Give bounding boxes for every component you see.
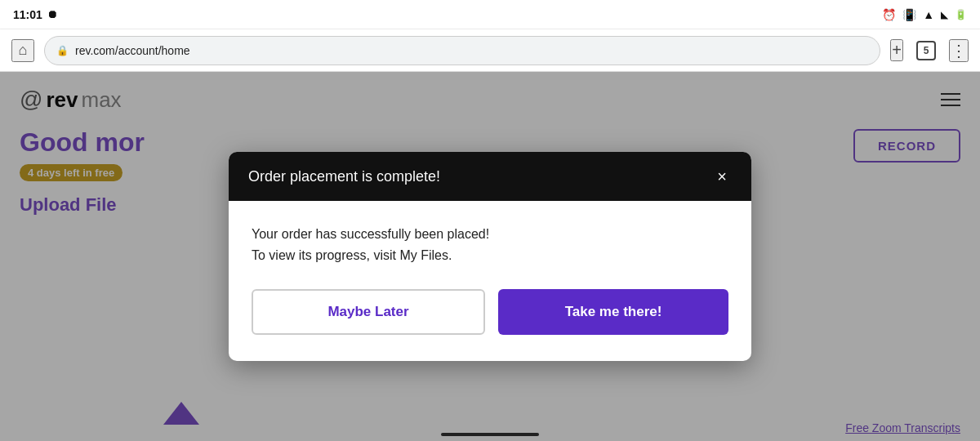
modal-title: Order placement is complete! — [248, 168, 440, 185]
page-content: @ rev max Good mor 4 days left in free U… — [0, 72, 980, 441]
home-button[interactable]: ⌂ — [11, 39, 34, 62]
recording-icon: ⏺ — [47, 8, 58, 20]
modal-message: Your order has successfully been placed!… — [252, 224, 728, 265]
new-tab-button[interactable]: + — [890, 39, 903, 61]
status-time: 11:01 ⏺ — [13, 8, 58, 21]
lock-icon: 🔒 — [56, 45, 69, 56]
tab-count[interactable]: 5 — [916, 41, 936, 60]
address-text: rev.com/account/home — [75, 44, 190, 57]
take-me-there-button[interactable]: Take me there! — [498, 289, 728, 335]
order-complete-modal: Order placement is complete! × Your orde… — [229, 152, 751, 360]
maybe-later-button[interactable]: Maybe Later — [252, 289, 485, 335]
modal-message-line2: To view its progress, visit My Files. — [252, 245, 728, 266]
wifi-icon: ▲ — [923, 8, 934, 21]
vibrate-icon: 📳 — [902, 8, 916, 21]
time-display: 11:01 — [13, 8, 42, 21]
modal-message-line1: Your order has successfully been placed! — [252, 224, 728, 245]
browser-chrome: ⌂ 🔒 rev.com/account/home + 5 ⋮ — [0, 29, 980, 72]
modal-close-button[interactable]: × — [712, 167, 732, 186]
address-bar[interactable]: 🔒 rev.com/account/home — [44, 36, 880, 65]
home-icon: ⌂ — [19, 42, 28, 59]
modal-body: Your order has successfully been placed!… — [229, 201, 751, 360]
status-icons: ⏰ 📳 ▲ ◣ 🔋 — [882, 8, 967, 21]
status-bar: 11:01 ⏺ ⏰ 📳 ▲ ◣ 🔋 — [0, 0, 980, 29]
modal-header: Order placement is complete! × — [229, 152, 751, 201]
menu-button[interactable]: ⋮ — [949, 39, 969, 62]
alarm-icon: ⏰ — [882, 8, 896, 21]
modal-overlay: Order placement is complete! × Your orde… — [0, 72, 980, 441]
battery-icon: 🔋 — [955, 9, 967, 20]
browser-actions: + 5 ⋮ — [890, 39, 969, 62]
modal-actions: Maybe Later Take me there! — [252, 289, 728, 335]
signal-icon: ◣ — [941, 9, 948, 20]
